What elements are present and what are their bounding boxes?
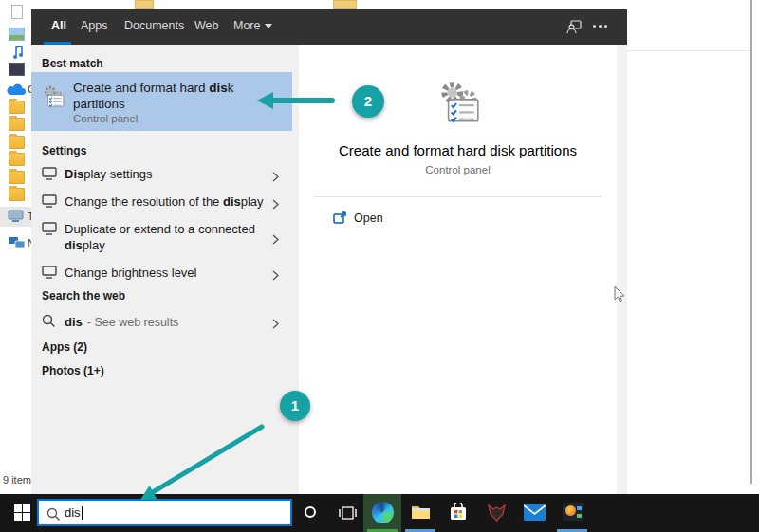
task-view-button[interactable] — [328, 494, 366, 532]
store-icon — [450, 503, 467, 525]
file-explorer-button[interactable] — [401, 494, 439, 532]
chevron-right-icon — [272, 316, 279, 333]
annotation-step-1: 1 — [280, 391, 310, 421]
result-change-brightness[interactable]: Change brightness level — [31, 265, 292, 288]
open-action[interactable]: Open — [314, 208, 599, 232]
monitor-icon — [42, 167, 57, 184]
result-display-settings[interactable]: Display settings — [31, 166, 292, 190]
folder-icon[interactable] — [9, 171, 25, 184]
movies-tv-icon — [563, 503, 583, 521]
pictures-icon[interactable] — [9, 28, 25, 41]
preview-title: Create and format hard disk partitions — [299, 142, 617, 158]
user-account-icon[interactable] — [566, 20, 582, 38]
start-search-menu: All Apps Documents Web More Best match — [31, 9, 627, 494]
explorer-window-border — [750, 0, 752, 484]
section-search-web: Search the web — [42, 289, 125, 303]
group-photos[interactable]: Photos (1+) — [42, 364, 104, 377]
background-folder-sliver — [333, 0, 357, 9]
monitor-icon — [42, 194, 57, 211]
annotation-step-2: 2 — [352, 85, 384, 118]
best-match-title: Create and format hard disk partitions — [73, 80, 255, 112]
result-label: Change brightness level — [65, 265, 278, 281]
search-query-text: dis — [65, 505, 83, 520]
chevron-right-icon — [272, 231, 279, 248]
chevron-right-icon — [272, 169, 279, 186]
folder-icon[interactable] — [9, 153, 25, 166]
disk-partition-icon — [41, 84, 65, 113]
search-icon — [42, 314, 56, 332]
document-icon[interactable] — [11, 5, 23, 19]
chevron-right-icon — [272, 267, 279, 284]
edge-button[interactable] — [363, 494, 401, 532]
mail-icon — [524, 504, 546, 524]
background-folder-sliver — [135, 0, 154, 9]
videos-icon[interactable] — [9, 63, 25, 76]
tab-apps[interactable]: Apps — [81, 19, 108, 32]
desktop: 9 item C T N All Apps Documents Web More — [0, 0, 759, 532]
disk-partition-icon-large — [435, 79, 482, 130]
folder-icon[interactable] — [9, 101, 25, 114]
network-icon[interactable] — [8, 236, 27, 249]
search-filter-bar: All Apps Documents Web More — [31, 9, 627, 45]
best-match-result[interactable]: Create and format hard disk partitions C… — [31, 72, 292, 131]
onedrive-cloud-icon[interactable] — [7, 83, 28, 95]
result-label: dis- See web results — [65, 313, 278, 330]
result-label: Display settings — [65, 166, 278, 182]
result-label: Duplicate or extend to a connected displ… — [65, 221, 278, 253]
chevron-right-icon — [272, 196, 279, 213]
music-icon[interactable] — [12, 46, 22, 60]
preview-pane: Create and format hard disk partitions C… — [299, 45, 617, 494]
result-web-search[interactable]: dis- See web results — [31, 313, 292, 337]
monitor-icon — [42, 266, 57, 283]
cortana-icon — [305, 506, 316, 518]
tab-more[interactable]: More — [233, 19, 272, 32]
search-icon — [46, 507, 61, 525]
folder-icon[interactable] — [9, 118, 25, 131]
result-change-resolution[interactable]: Change the resolution of the display — [31, 193, 292, 217]
chevron-down-icon — [265, 24, 272, 28]
menu-scrollbar-gutter[interactable] — [617, 45, 627, 494]
preview-divider — [314, 196, 602, 197]
pane-separator — [292, 45, 299, 494]
cortana-button[interactable] — [292, 494, 330, 532]
section-best-match: Best match — [42, 57, 103, 70]
text-cursor — [82, 506, 83, 520]
result-duplicate-extend[interactable]: Duplicate or extend to a connected displ… — [31, 221, 292, 259]
more-options-icon[interactable] — [593, 25, 610, 28]
group-apps[interactable]: Apps (2) — [42, 340, 87, 354]
best-match-subtitle: Control panel — [73, 113, 138, 124]
windows-logo-icon — [14, 504, 30, 521]
tab-documents[interactable]: Documents — [124, 19, 184, 32]
folder-icon[interactable] — [9, 188, 25, 201]
mail-button[interactable] — [515, 494, 553, 532]
tab-web[interactable]: Web — [194, 19, 218, 32]
explorer-header-divider — [627, 50, 750, 51]
results-pane: Best match Crea — [31, 45, 299, 494]
folder-icon[interactable] — [9, 136, 25, 149]
result-label: Change the resolution of the display — [65, 193, 278, 210]
tab-all[interactable]: All — [51, 19, 66, 32]
movies-tv-button[interactable] — [553, 494, 591, 532]
launch-icon — [333, 211, 347, 229]
monitor-icon — [42, 222, 57, 239]
edge-icon — [372, 502, 394, 523]
predator-icon — [487, 503, 507, 526]
taskbar: dis — [0, 494, 759, 532]
this-pc-icon[interactable] — [8, 210, 27, 223]
section-settings: Settings — [42, 144, 86, 157]
explorer-status-bar: 9 item — [3, 474, 31, 486]
store-button[interactable] — [439, 494, 477, 532]
preview-subtitle: Control panel — [299, 164, 617, 175]
open-label: Open — [354, 211, 383, 225]
taskbar-search-input[interactable]: dis — [37, 499, 292, 526]
file-explorer-icon — [411, 504, 431, 520]
predator-app-button[interactable] — [477, 494, 515, 532]
